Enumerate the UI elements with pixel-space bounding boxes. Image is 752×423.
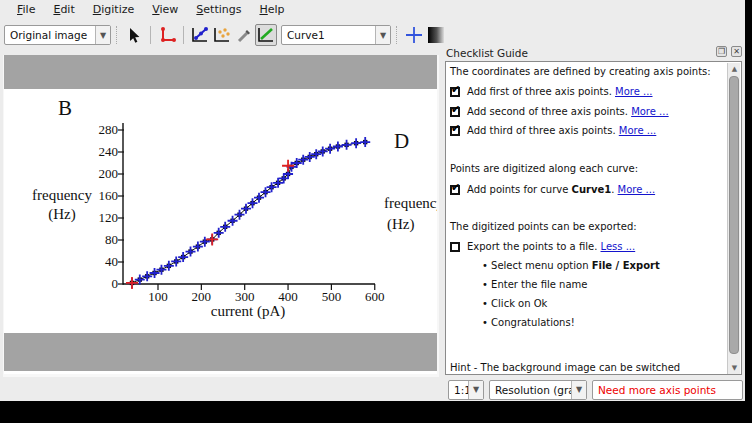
digitized-point[interactable] — [200, 237, 210, 247]
bullet-icon: • — [482, 260, 488, 271]
step-text: Add second of three axis points. — [467, 106, 631, 117]
scrollbar-thumb[interactable] — [729, 76, 739, 354]
checkbox-unchecked-icon[interactable] — [450, 242, 460, 252]
chevron-down-icon: ▼ — [468, 381, 483, 399]
bullet-icon: • — [482, 298, 488, 309]
checkbox-checked-icon[interactable] — [450, 185, 460, 195]
menu-bar: File Edit Digitize View Settings Help — [0, 0, 745, 19]
menu-digitize[interactable]: Digitize — [84, 1, 144, 18]
curve-name: Curve1 — [572, 184, 612, 195]
select-tool-button[interactable] — [123, 24, 145, 46]
checklist-step-curve: Add points for curve Curve1. More ... — [450, 183, 723, 195]
digitized-point[interactable] — [333, 142, 343, 152]
substep-text: Congratulations! — [491, 317, 575, 328]
segment-fill-icon — [256, 26, 276, 44]
toolbar-separator — [150, 26, 151, 44]
checkbox-checked-icon[interactable] — [450, 107, 460, 117]
menu-view[interactable]: View — [143, 1, 187, 18]
color-picker-icon — [236, 27, 253, 44]
color-picker-tool-button[interactable] — [233, 24, 255, 46]
gradient-swatch-icon — [428, 27, 444, 43]
checklist-scrollbar[interactable]: ▲ ▼ — [727, 63, 740, 374]
graph-canvas[interactable]: B D frequency (Hz) current (pA) frequenc… — [3, 55, 439, 377]
export-substep-3: • Click on Ok — [482, 298, 723, 309]
more-link[interactable]: More ... — [619, 125, 657, 136]
loaded-graph-image: B D frequency (Hz) current (pA) frequenc… — [4, 55, 437, 374]
substep-text: Click on Ok — [491, 298, 547, 309]
plot-overlay — [4, 55, 437, 374]
background-combo[interactable]: Original image ▼ — [4, 25, 111, 45]
segment-fill-tool-button[interactable] — [255, 24, 277, 46]
point-match-icon — [212, 26, 232, 44]
crosshair-button[interactable] — [403, 24, 425, 46]
export-substep-2: • Enter the file name — [482, 279, 723, 290]
status-bar: 1:1 ▼ Resolution (graph): ▼ Need more ax… — [0, 378, 745, 401]
digitized-point[interactable] — [193, 242, 203, 252]
more-link[interactable]: More ... — [615, 86, 653, 97]
more-link[interactable]: More ... — [631, 106, 669, 117]
digitized-point[interactable] — [178, 252, 188, 262]
chevron-down-icon: ▼ — [571, 381, 586, 399]
checklist-step-export: Export the points to a file. Less ... — [450, 240, 723, 252]
digitized-point[interactable] — [342, 140, 352, 150]
curve-point-tool-button[interactable] — [189, 24, 211, 46]
hint-text: Hint - The background image can be switc… — [450, 362, 686, 375]
crosshair-icon — [405, 26, 423, 44]
checklist-intro-axis: The coordinates are defined by creating … — [450, 66, 723, 77]
toolbar-separator — [116, 26, 118, 44]
axis-point[interactable] — [126, 277, 138, 289]
bullet-icon: • — [482, 317, 488, 328]
substep-text: Enter the file name — [491, 279, 587, 290]
checklist-titlebar: Checklist Guide ❐ ✕ — [443, 45, 745, 61]
chevron-down-icon: ▼ — [375, 26, 390, 44]
step-text: Add points for curve — [467, 184, 572, 195]
zoom-combo-value: 1:1 — [449, 384, 468, 396]
gradient-swatch-button[interactable] — [425, 24, 447, 46]
menu-file[interactable]: File — [8, 1, 44, 18]
curve-line — [132, 142, 365, 283]
bullet-icon: • — [482, 279, 488, 290]
checklist-title: Checklist Guide — [443, 47, 528, 59]
checklist-step-axis-3: Add third of three axis points. More ... — [450, 124, 723, 136]
checklist-body: The coordinates are defined by creating … — [445, 61, 742, 375]
step-text: Add third of three axis points. — [467, 125, 619, 136]
axis-point-icon — [158, 26, 176, 44]
substep-text: Select menu option — [491, 260, 592, 271]
cursor-arrow-icon — [126, 27, 142, 44]
axis-point-tool-button[interactable] — [156, 24, 178, 46]
point-match-tool-button[interactable] — [211, 24, 233, 46]
more-link[interactable]: More ... — [618, 184, 656, 195]
digitized-point[interactable] — [360, 137, 370, 147]
checklist-step-axis-1: Add first of three axis points. More ... — [450, 85, 723, 97]
curve-point-icon — [190, 26, 210, 44]
export-substep-4: • Congratulations! — [482, 317, 723, 328]
checklist-intro-export: The digitized points can be exported: — [450, 221, 723, 232]
toolbar-separator — [396, 26, 398, 44]
checkbox-checked-icon[interactable] — [450, 87, 460, 97]
zoom-combo[interactable]: 1:1 ▼ — [448, 380, 484, 400]
menu-help[interactable]: Help — [250, 1, 293, 18]
step-text: Add first of three axis points. — [467, 86, 615, 97]
less-link[interactable]: Less ... — [601, 241, 636, 252]
digitized-point[interactable] — [186, 247, 196, 257]
dock-float-icon[interactable]: ❐ — [716, 46, 727, 57]
export-substep-1: • Select menu option File / Export — [482, 260, 723, 271]
app-window: File Edit Digitize View Settings Help Or… — [0, 0, 745, 401]
curve-combo-value: Curve1 — [282, 29, 375, 41]
toolbar-separator — [183, 26, 184, 44]
curve-combo[interactable]: Curve1 ▼ — [281, 25, 391, 45]
resolution-combo-value: Resolution (graph): — [490, 384, 571, 396]
scrollbar-up-icon[interactable]: ▲ — [728, 63, 741, 75]
substep-bold: File / Export — [592, 260, 660, 271]
resolution-combo[interactable]: Resolution (graph): ▼ — [489, 380, 587, 400]
dock-close-icon[interactable]: ✕ — [731, 46, 742, 57]
scrollbar-down-icon[interactable]: ▼ — [728, 362, 741, 374]
checkbox-checked-icon[interactable] — [450, 126, 460, 136]
status-message: Need more axis points — [592, 380, 743, 400]
menu-settings[interactable]: Settings — [187, 1, 250, 18]
checklist-hint: Hint - The background image can be switc… — [450, 361, 723, 375]
background-combo-value: Original image — [5, 29, 95, 41]
digitized-point[interactable] — [351, 138, 361, 148]
checklist-intro-curve: Points are digitized along each curve: — [450, 163, 723, 174]
menu-edit[interactable]: Edit — [44, 1, 83, 18]
